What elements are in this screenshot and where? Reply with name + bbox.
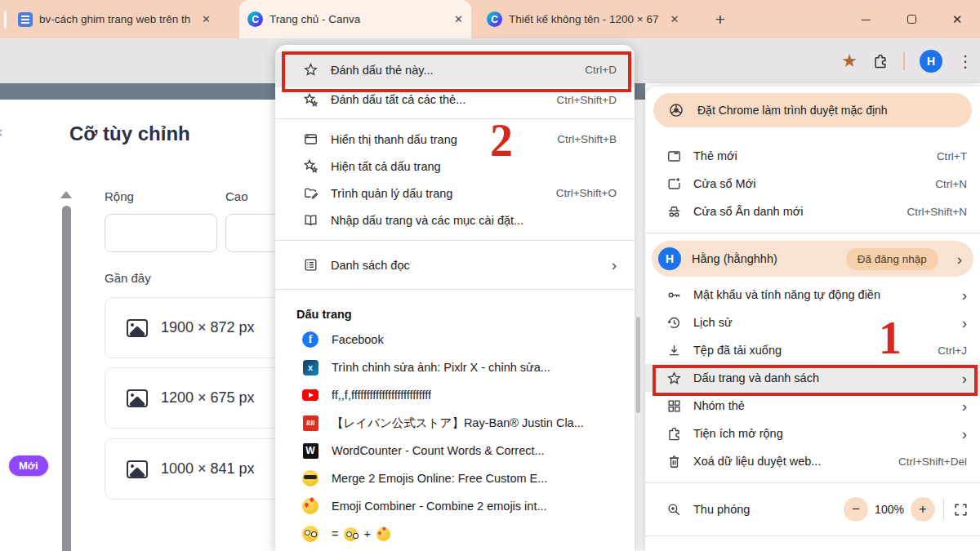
menu-item-bookmark-manager[interactable]: Trình quản lý dấu trang Ctrl+Shift+O — [275, 180, 635, 207]
bookmark-emoji-equation[interactable]: = + — [275, 520, 635, 548]
close-window-button[interactable]: ✕ — [934, 0, 980, 38]
bookmark-label: = + — [332, 527, 390, 541]
chevron-right-icon: › — [957, 251, 962, 267]
menu-item-reading-list[interactable]: Danh sách đọc › — [275, 247, 635, 282]
menu-item-label: Nhóm thẻ — [693, 399, 745, 412]
bookmark-merge-emojis[interactable]: Merge 2 Emojis Online: Free Custom E... — [275, 464, 635, 492]
bookmark-wordcounter[interactable]: W WordCounter - Count Words & Correct... — [275, 437, 635, 464]
equals-sign: = — [332, 527, 338, 540]
tab-1[interactable]: bv-cách ghim trang web trên th ✕ — [10, 0, 232, 38]
menu-separator — [275, 118, 635, 119]
recent-size-card[interactable]: 1000 × 841 px — [105, 438, 288, 500]
menu-item-new-window[interactable]: Cửa sổ Mới Ctrl+N — [645, 170, 980, 198]
shortcut: Ctrl+N — [935, 178, 967, 190]
tab-strip-edge — [4, 11, 7, 29]
recent-size-card[interactable]: 980 × 551 px — [105, 367, 288, 429]
minimize-button[interactable]: ─ — [843, 0, 889, 38]
menu-dots-icon[interactable]: ⋮ — [957, 51, 973, 71]
chrome-menu: Đặt Chrome làm trình duyệt mặc định Thẻ … — [645, 87, 980, 551]
bookmark-pixlr[interactable]: x Trình chỉnh sửa ảnh: Pixlr X - chỉnh s… — [275, 353, 635, 381]
bookmark-facebook[interactable]: f Facebook — [275, 326, 635, 353]
menu-item-downloads[interactable]: Tệp đã tải xuống Ctrl+J — [645, 336, 980, 364]
menu-item-print[interactable]: In Ctrl+P — [645, 544, 980, 551]
bookmark-label: Facebook — [332, 333, 384, 346]
tab-3[interactable]: C Thiết kế không tên - 1200 × 67 ✕ — [479, 0, 697, 38]
bookmarks-bar-icon — [302, 131, 318, 147]
menu-separator — [275, 289, 635, 290]
size-value: 1900 × 872 px — [161, 319, 255, 336]
menu-item-tab-groups[interactable]: Nhóm thẻ › — [645, 392, 980, 420]
menu-item-show-all-bookmarks[interactable]: Hiện tất cả dấu trang — [275, 153, 635, 180]
scrollbar[interactable] — [62, 206, 71, 551]
profile-avatar[interactable]: H — [920, 50, 942, 73]
profile-name: Hằng (hằnghhh) — [692, 252, 777, 265]
profile-avatar: H — [658, 247, 681, 270]
profile-row[interactable]: H Hằng (hằnghhh) Đã đăng nhập › — [652, 241, 973, 277]
menu-item-label: Thẻ mới — [693, 149, 737, 162]
tab-close-icon[interactable]: ✕ — [670, 13, 679, 25]
shortcut: Ctrl+Shift+D — [556, 94, 617, 106]
page-title: Cỡ tùy chỉnh — [69, 122, 190, 145]
menu-item-clear-browsing-data[interactable]: Xoá dữ liệu duyệt web... Ctrl+Shift+Del — [645, 447, 980, 475]
bookmark-label: WordCounter - Count Words & Correct... — [332, 444, 545, 457]
tab-title: Thiết kế không tên - 1200 × 67 — [509, 13, 659, 25]
bookmark-emoji-combiner[interactable]: Emoji Combiner - Combine 2 emojis int... — [275, 492, 635, 520]
scroll-up-arrow[interactable] — [60, 191, 72, 198]
hearteyes-emoji-icon — [376, 527, 390, 541]
menu-item-label: Hiển thị thanh dấu trang — [331, 133, 457, 146]
new-tab-button[interactable]: + — [709, 8, 732, 31]
bookmark-youtube[interactable]: ff,,f,ffffffffffffffffffffffffff — [275, 381, 635, 409]
size-value: 980 × 551 px — [161, 389, 255, 407]
tab-close-icon[interactable]: ✕ — [454, 13, 463, 25]
menu-item-passwords[interactable]: Mật khẩu và tính năng tự động điền › — [645, 281, 980, 309]
tab-2-active[interactable]: C Trang chủ - Canva ✕ — [239, 0, 471, 38]
width-label: Rộng — [105, 189, 134, 203]
zoom-out-button[interactable]: − — [844, 497, 868, 522]
menu-item-show-bookmarks-bar[interactable]: Hiển thị thanh dấu trang Ctrl+Shift+B — [275, 126, 635, 153]
menu-item-label: Cửa sổ Mới — [693, 177, 755, 190]
history-icon — [666, 315, 682, 331]
height-input[interactable] — [225, 214, 283, 252]
shortcut: Ctrl+T — [937, 150, 967, 162]
download-icon — [666, 343, 682, 358]
width-input[interactable] — [105, 214, 217, 252]
grid-icon — [666, 398, 682, 414]
zoom-magnifier-icon — [666, 502, 682, 518]
canva-favicon: C — [487, 11, 502, 27]
window-controls: ─ ✕ — [843, 0, 980, 38]
extensions-icon[interactable] — [872, 52, 889, 70]
menu-item-new-tab[interactable]: Thẻ mới Ctrl+T — [645, 142, 980, 170]
bookmark-star-icon[interactable]: ★ — [841, 51, 858, 72]
menu-item-label: Tệp đã tải xuống — [693, 344, 782, 357]
close-icon[interactable]: ✕ — [0, 126, 4, 140]
chevron-right-icon: › — [962, 398, 967, 414]
bookmark-label: 【レイバン公式ストア】Ray-Ban® Justin Cla... — [332, 415, 584, 431]
key-icon — [666, 287, 682, 303]
plus-sign: + — [363, 527, 370, 540]
menu-separator — [645, 233, 980, 233]
stars-icon — [302, 158, 318, 174]
bookmarks-submenu: Đánh dấu thẻ này... Ctrl+D Đánh dấu tất … — [275, 45, 635, 551]
fullscreen-icon[interactable] — [952, 502, 969, 518]
signed-in-badge: Đã đăng nhập — [846, 248, 938, 270]
zany-emoji-icon — [344, 527, 358, 541]
recent-size-card[interactable]: 1900 × 872 px — [105, 297, 288, 358]
folder-manage-icon — [302, 185, 318, 201]
menu-item-new-incognito-window[interactable]: Cửa sổ Ẩn danh mới Ctrl+Shift+N — [645, 198, 980, 225]
bookmark-rayban[interactable]: RB 【レイバン公式ストア】Ray-Ban® Justin Cla... — [275, 409, 635, 437]
zoom-in-button[interactable]: + — [911, 497, 935, 522]
maximize-button[interactable] — [889, 0, 934, 38]
shortcut: Ctrl+Shift+Del — [898, 455, 967, 468]
menu-item-import-bookmarks[interactable]: Nhập dấu trang và các mục cài đặt... — [275, 207, 635, 233]
menu-item-extensions[interactable]: Tiện ích mở rộng › — [645, 420, 980, 447]
shortcut: Ctrl+Shift+B — [557, 133, 617, 145]
tab-close-icon[interactable]: ✕ — [202, 13, 211, 25]
annotation-number-1: 1 — [879, 312, 902, 364]
menu-item-history[interactable]: Lịch sử › — [645, 309, 980, 336]
set-default-browser-banner[interactable]: Đặt Chrome làm trình duyệt mặc định — [653, 93, 972, 127]
modal-scrollbar-sliver — [636, 317, 640, 413]
chevron-right-icon: › — [962, 315, 967, 331]
bookmark-label: Trình chỉnh sửa ảnh: Pixlr X - chỉnh sửa… — [332, 361, 550, 374]
menu-item-label: Hiện tất cả dấu trang — [331, 160, 441, 173]
menu-item-label: Lịch sử — [693, 316, 733, 329]
